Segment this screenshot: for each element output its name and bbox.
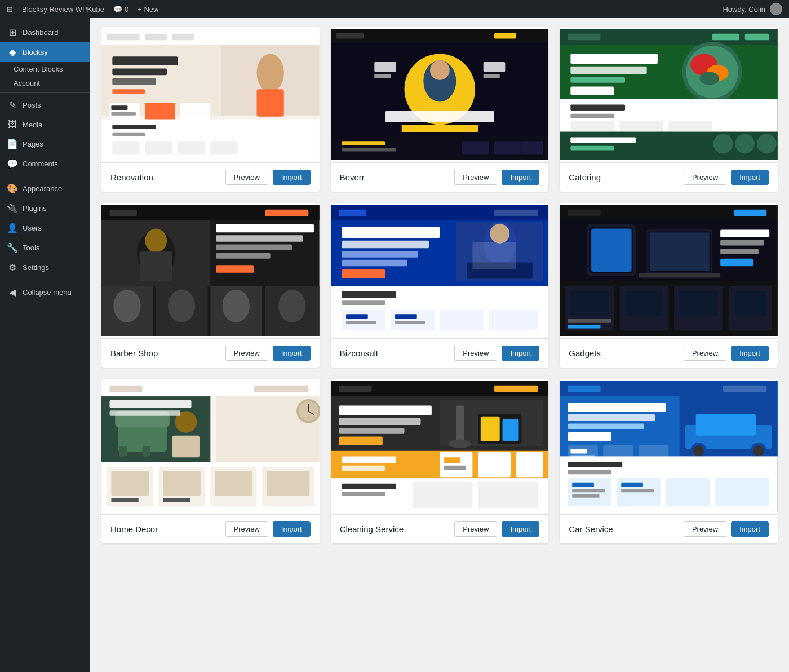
svg-rect-5 bbox=[172, 34, 194, 41]
svg-rect-117 bbox=[395, 321, 425, 324]
svg-rect-3 bbox=[107, 34, 140, 41]
sidebar-label-comments: Comments bbox=[23, 160, 58, 168]
svg-point-78 bbox=[145, 229, 167, 253]
svg-rect-201 bbox=[478, 482, 538, 508]
template-name-gadgets: Gadgets bbox=[569, 348, 601, 358]
preview-button-bizconsult[interactable]: Preview bbox=[454, 346, 497, 361]
import-button-car-service[interactable]: Import bbox=[731, 521, 769, 537]
preview-button-beverr[interactable]: Preview bbox=[454, 170, 497, 185]
svg-rect-80 bbox=[216, 224, 314, 232]
svg-point-89 bbox=[113, 290, 140, 322]
svg-rect-128 bbox=[650, 232, 710, 271]
preview-button-gadgets[interactable]: Preview bbox=[684, 346, 726, 361]
template-info-car-service: Car Service Preview Import bbox=[560, 514, 778, 543]
import-button-gadgets[interactable]: Import bbox=[731, 346, 769, 361]
sidebar-item-posts[interactable]: ✎ Posts bbox=[0, 95, 90, 115]
sidebar-item-plugins[interactable]: 🔌 Plugins bbox=[0, 198, 90, 218]
svg-rect-198 bbox=[342, 484, 396, 489]
svg-rect-35 bbox=[374, 62, 396, 72]
template-card-barbershop: Barber Shop Preview Import bbox=[101, 203, 320, 368]
svg-rect-225 bbox=[568, 470, 611, 475]
import-button-catering[interactable]: Import bbox=[731, 170, 769, 185]
import-button-renovation[interactable]: Import bbox=[273, 170, 311, 185]
svg-rect-34 bbox=[401, 125, 477, 132]
sidebar: ⊞ Dashboard ◆ Blocksy Content Blocks Acc… bbox=[0, 18, 90, 672]
import-button-beverr[interactable]: Import bbox=[502, 170, 539, 185]
sidebar-label-pages: Pages bbox=[23, 140, 43, 148]
new-item-button[interactable]: + New bbox=[138, 5, 158, 14]
svg-point-213 bbox=[753, 445, 764, 456]
preview-button-cleaning-service[interactable]: Preview bbox=[454, 521, 497, 537]
template-info-cleaning-service: Cleaning Service Preview Import bbox=[331, 514, 549, 543]
sidebar-item-blocksy[interactable]: ◆ Blocksy bbox=[0, 42, 90, 62]
import-button-bizconsult[interactable]: Import bbox=[502, 346, 539, 361]
svg-rect-40 bbox=[342, 141, 385, 145]
svg-rect-56 bbox=[571, 54, 658, 64]
site-name[interactable]: Blocksy Review WPKube bbox=[22, 5, 104, 14]
svg-rect-187 bbox=[339, 428, 404, 434]
svg-rect-143 bbox=[568, 319, 611, 323]
svg-rect-141 bbox=[680, 291, 718, 316]
svg-rect-10 bbox=[112, 56, 178, 65]
svg-rect-37 bbox=[374, 74, 391, 78]
svg-rect-23 bbox=[145, 141, 172, 154]
comments-bubble[interactable]: 💬 0 bbox=[113, 5, 128, 14]
import-button-cleaning-service[interactable]: Import bbox=[502, 521, 539, 537]
template-name-beverr: Beverr bbox=[340, 173, 365, 182]
svg-rect-116 bbox=[395, 314, 417, 319]
preview-button-renovation[interactable]: Preview bbox=[225, 170, 268, 185]
svg-rect-9 bbox=[256, 89, 283, 116]
sidebar-item-appearance[interactable]: 🎨 Appearance bbox=[0, 179, 90, 198]
preview-button-home-decor[interactable]: Preview bbox=[225, 521, 268, 537]
template-thumb-home-decor bbox=[101, 379, 320, 514]
svg-rect-62 bbox=[571, 114, 614, 118]
users-icon: 👤 bbox=[7, 223, 18, 233]
sidebar-item-media[interactable]: 🖼 Media bbox=[0, 115, 90, 134]
svg-point-90 bbox=[168, 290, 195, 322]
sidebar-item-tools[interactable]: 🔧 Tools bbox=[0, 238, 90, 258]
preview-button-car-service[interactable]: Preview bbox=[684, 521, 726, 537]
template-info-bizconsult: Bizconsult Preview Import bbox=[331, 338, 549, 368]
sidebar-label-settings: Settings bbox=[23, 263, 49, 272]
sidebar-item-comments[interactable]: 💬 Comments bbox=[0, 154, 90, 174]
preview-button-barbershop[interactable]: Preview bbox=[225, 346, 268, 361]
template-actions-barbershop: Preview Import bbox=[225, 346, 311, 361]
svg-rect-11 bbox=[112, 69, 167, 76]
import-button-home-decor[interactable]: Import bbox=[273, 521, 311, 537]
svg-rect-192 bbox=[440, 452, 472, 477]
sidebar-item-collapse[interactable]: ◀ Collapse menu bbox=[0, 282, 90, 302]
svg-point-92 bbox=[278, 290, 305, 322]
svg-rect-176 bbox=[339, 386, 371, 392]
svg-rect-114 bbox=[346, 314, 368, 319]
preview-button-catering[interactable]: Preview bbox=[684, 170, 726, 185]
template-card-cleaning-service: Cleaning Service Preview Import bbox=[331, 379, 549, 543]
svg-rect-130 bbox=[720, 230, 769, 238]
svg-rect-161 bbox=[109, 400, 191, 408]
svg-rect-188 bbox=[339, 437, 382, 445]
template-info-beverr: Beverr Preview Import bbox=[331, 162, 549, 192]
svg-rect-115 bbox=[346, 321, 376, 324]
svg-rect-84 bbox=[216, 265, 254, 273]
sidebar-item-settings[interactable]: ⚙ Settings bbox=[0, 258, 90, 277]
svg-rect-33 bbox=[385, 111, 494, 122]
template-card-beverr: Beverr Preview Import bbox=[331, 27, 549, 192]
sidebar-label-collapse: Collapse menu bbox=[23, 288, 72, 297]
svg-rect-43 bbox=[494, 141, 521, 154]
svg-rect-18 bbox=[111, 112, 135, 116]
svg-point-211 bbox=[693, 445, 704, 456]
sidebar-item-account[interactable]: Account bbox=[0, 76, 90, 90]
import-button-barbershop[interactable]: Import bbox=[273, 346, 311, 361]
svg-rect-47 bbox=[568, 34, 601, 41]
sidebar-item-users[interactable]: 👤 Users bbox=[0, 218, 90, 238]
template-card-gadgets: Gadgets Preview Import bbox=[560, 203, 778, 368]
sidebar-item-pages[interactable]: 📄 Pages bbox=[0, 134, 90, 154]
svg-rect-183 bbox=[480, 417, 499, 441]
svg-rect-171 bbox=[163, 498, 190, 502]
svg-rect-216 bbox=[568, 423, 644, 429]
comments-count: 0 bbox=[125, 5, 128, 14]
sidebar-item-content-blocks[interactable]: Content Blocks bbox=[0, 62, 90, 76]
svg-rect-28 bbox=[336, 33, 363, 39]
sidebar-item-dashboard[interactable]: ⊞ Dashboard bbox=[0, 23, 90, 42]
svg-rect-44 bbox=[521, 141, 543, 154]
svg-rect-231 bbox=[573, 489, 605, 492]
